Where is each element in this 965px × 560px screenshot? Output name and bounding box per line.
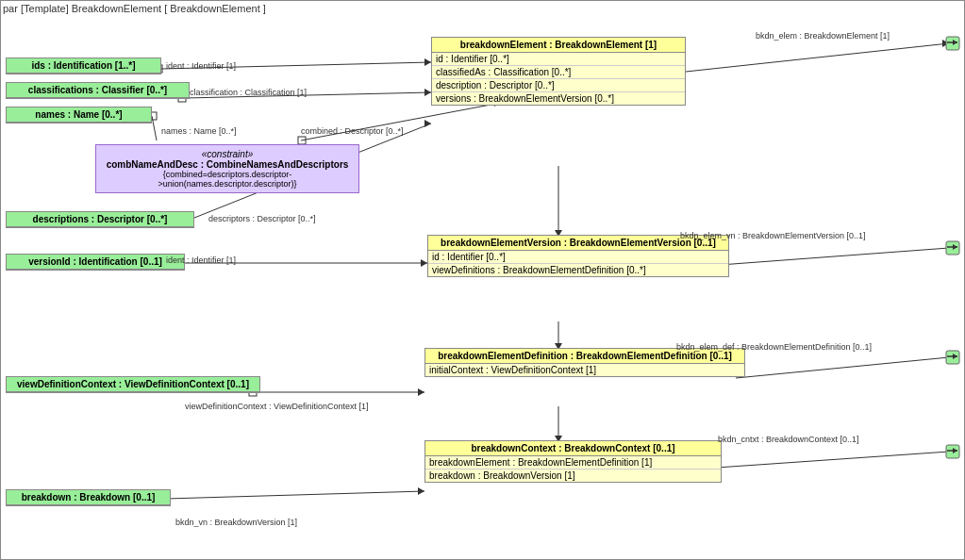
svg-rect-10 (298, 137, 306, 144)
names-box: names : Name [0..*] (6, 107, 152, 124)
view-def-context-header: viewDefinitionContext : ViewDefinitionCo… (7, 377, 259, 392)
be-row-id: id : Identifier [0..*] (432, 53, 685, 66)
classifications-box: classifications : Classifier [0..*] (6, 82, 190, 99)
svg-rect-31 (946, 37, 959, 50)
bkdn-elem-vn-label: bkdn_elem_vn : BreakdownElementVersion [… (680, 231, 866, 240)
breakdown-element-header: breakdownElement : BreakdownElement [1] (432, 38, 685, 53)
constraint-name: combNameAndDesc : CombineNamesAndDescrip… (100, 159, 355, 170)
descriptors-label: descriptors : Descriptor [0..*] (208, 214, 316, 223)
viewdefctx-label: viewDefinitionContext : ViewDefinitionCo… (185, 402, 368, 411)
bkdn-cntxt-label: bkdn_cntxt : BreakdownContext [0..1] (718, 435, 859, 444)
breakdown-box: breakdown : Breakdown [0..1] (6, 489, 171, 506)
ids-box: ids : Identification [1..*] (6, 58, 161, 74)
names-label: names : Name [0..*] (161, 126, 237, 136)
svg-line-42 (717, 452, 949, 468)
bkdn-elem-def-label: bkdn_elem_def : BreakdownElementDefiniti… (676, 342, 872, 352)
svg-marker-41 (953, 354, 957, 359)
svg-marker-45 (953, 448, 957, 453)
ident-label-2: ident : Identifier [1] (166, 255, 236, 265)
breakdown-element-box: breakdownElement : BreakdownElement [1] … (431, 37, 686, 106)
version-id-box: versionId : Identification [0..1] (6, 254, 185, 271)
bev-row-id: id : Identifier [0..*] (428, 251, 728, 264)
bed-row-initial: initialContext : ViewDefinitionContext [… (425, 364, 744, 376)
bc-row-breakdown: breakdown : BreakdownVersion [1] (425, 469, 721, 482)
svg-line-38 (736, 357, 949, 378)
bkdn-elem-label: bkdn_elem : BreakdownElement [1] (756, 31, 890, 41)
breakdown-element-definition-box: breakdownElementDefinition : BreakdownEl… (424, 348, 745, 377)
svg-marker-4 (424, 89, 431, 96)
be-row-description: description : Descriptor [0..*] (432, 79, 685, 92)
svg-line-29 (686, 43, 949, 72)
svg-rect-43 (946, 445, 959, 458)
svg-marker-12 (424, 120, 431, 127)
svg-marker-30 (942, 40, 949, 47)
bc-header: breakdownContext : BreakdownContext [0..… (425, 441, 721, 456)
svg-rect-35 (946, 241, 959, 255)
svg-marker-33 (953, 40, 957, 45)
be-row-classified: classifiedAs : Classification [0..*] (432, 66, 685, 79)
svg-rect-39 (946, 351, 959, 364)
be-row-versions: versions : BreakdownElementVersion [0..*… (432, 92, 685, 105)
descriptions-header: descriptions : Descriptor [0..*] (7, 212, 193, 227)
svg-marker-37 (953, 244, 957, 250)
svg-line-34 (720, 248, 949, 265)
combined-label: combined : Descriptor [0..*] (301, 126, 404, 136)
svg-marker-22 (418, 388, 424, 396)
svg-line-26 (166, 491, 424, 499)
breakdown-header: breakdown : Breakdown [0..1] (7, 490, 170, 505)
names-header: names : Name [0..*] (7, 107, 151, 123)
descriptions-box: descriptions : Descriptor [0..*] (6, 211, 194, 228)
breakdown-element-version-box: breakdownElementVersion : BreakdownEleme… (427, 235, 729, 277)
bev-row-viewdefs: viewDefinitions : BreakdownElementDefini… (428, 264, 728, 276)
svg-marker-1 (424, 58, 431, 66)
constraint-stereotype: «constraint» (100, 149, 355, 159)
diagram-title: par [Template] BreakdownElement [ Breakd… (3, 3, 266, 14)
svg-line-6 (152, 116, 157, 140)
bc-row-element: breakdownElement : BreakdownElementDefin… (425, 456, 721, 469)
constraint-ocl: {combined=descriptors.descriptor->union(… (100, 170, 355, 189)
ident-label-1: ident : Identifier [1] (166, 61, 236, 71)
constraint-box: «constraint» combNameAndDesc : CombineNa… (95, 144, 359, 193)
svg-marker-27 (418, 487, 424, 495)
ids-header: ids : Identification [1..*] (7, 58, 160, 74)
bkdn-vn-label: bkdn_vn : BreakdownVersion [1] (175, 518, 297, 527)
svg-marker-15 (421, 259, 427, 267)
classifications-header: classifications : Classifier [0..*] (7, 83, 189, 98)
version-id-header: versionId : Identification [0..1] (7, 255, 184, 270)
view-def-context-box: viewDefinitionContext : ViewDefinitionCo… (6, 376, 260, 393)
classification-label: classification : Classification [1] (190, 88, 307, 97)
uml-diagram: par [Template] BreakdownElement [ Breakd… (0, 0, 965, 560)
breakdown-context-box: breakdownContext : BreakdownContext [0..… (424, 440, 722, 483)
